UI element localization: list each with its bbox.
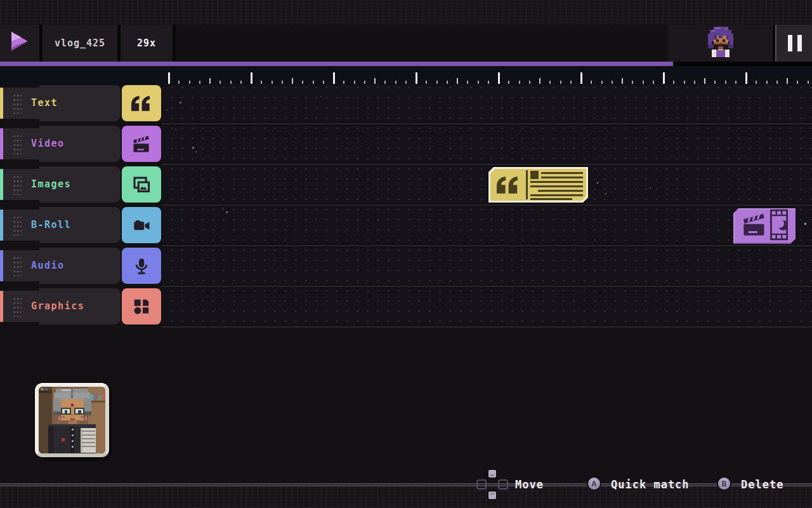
microphone-icon bbox=[122, 248, 161, 284]
gamepad-b-letter: B bbox=[722, 479, 727, 488]
track-separator bbox=[162, 245, 812, 246]
hint-delete-label: Delete bbox=[741, 478, 783, 491]
ruler-tick bbox=[240, 81, 242, 84]
ruler-tick bbox=[364, 81, 365, 84]
track-header[interactable]: Text bbox=[3, 85, 121, 121]
track-header[interactable]: Video bbox=[3, 126, 121, 162]
sparkle-pixel bbox=[175, 129, 176, 130]
ruler-tick bbox=[272, 81, 273, 84]
play-icon bbox=[9, 30, 30, 56]
portrait-picture bbox=[35, 383, 109, 457]
ruler-tick bbox=[313, 81, 314, 84]
drag-handle-icon[interactable] bbox=[12, 215, 22, 236]
ruler-tick bbox=[632, 81, 633, 84]
quote-icon bbox=[122, 85, 161, 121]
ruler-tick bbox=[663, 72, 665, 84]
track-header[interactable]: Audio bbox=[3, 248, 121, 284]
ruler-tick bbox=[725, 81, 726, 84]
play-button[interactable] bbox=[0, 25, 39, 62]
hint-move-label: Move bbox=[515, 478, 544, 491]
pause-icon bbox=[785, 35, 804, 51]
ruler-tick bbox=[282, 81, 283, 84]
top-texture-band bbox=[0, 0, 812, 25]
ruler-tick bbox=[622, 78, 623, 84]
dpad-right-button[interactable] bbox=[498, 479, 508, 490]
track-row-images: Images bbox=[0, 166, 812, 203]
ruler-tick bbox=[498, 72, 500, 84]
top-bar: vlog_425 29x bbox=[0, 25, 812, 62]
speed-label: 29x bbox=[137, 37, 156, 49]
clip-quote-card[interactable] bbox=[487, 166, 589, 204]
drag-handle-icon[interactable] bbox=[12, 93, 22, 114]
speed-button[interactable]: 29x bbox=[121, 25, 173, 62]
track-separator bbox=[162, 286, 812, 287]
ruler-tick bbox=[653, 81, 654, 84]
sparkle-pixel bbox=[180, 102, 181, 104]
ruler-tick bbox=[529, 81, 530, 84]
ruler-tick bbox=[643, 81, 644, 84]
ruler-tick bbox=[549, 81, 551, 84]
dpad-left-button[interactable] bbox=[476, 479, 487, 490]
track-separator bbox=[162, 326, 812, 328]
sparkle-pixel bbox=[222, 208, 223, 209]
track-lane bbox=[162, 207, 812, 243]
track-lane bbox=[162, 126, 812, 162]
timeline-tracks: Text Video Images B-Roll bbox=[0, 85, 812, 329]
gamepad-a-button[interactable]: A bbox=[587, 476, 601, 491]
gamepad-a-letter: A bbox=[592, 479, 597, 488]
clapperboard-icon bbox=[742, 212, 767, 240]
ruler-tick bbox=[560, 81, 561, 84]
ruler-tick bbox=[447, 81, 448, 84]
track-lane bbox=[162, 85, 812, 121]
ruler-tick bbox=[601, 81, 603, 84]
dpad-up-button[interactable] bbox=[487, 469, 497, 479]
clip-broll-card[interactable] bbox=[733, 208, 796, 244]
ruler-tick bbox=[714, 81, 716, 84]
ruler-tick bbox=[673, 81, 674, 84]
ruler-tick bbox=[436, 81, 438, 84]
ruler-tick bbox=[766, 81, 768, 84]
ruler-tick bbox=[343, 81, 344, 84]
sparkle-pixel bbox=[320, 96, 322, 97]
ruler-tick bbox=[405, 81, 407, 84]
drag-handle-icon[interactable] bbox=[12, 296, 22, 317]
track-label: Images bbox=[31, 166, 71, 203]
track-header[interactable]: B-Roll bbox=[3, 207, 121, 243]
ruler-tick bbox=[292, 78, 293, 84]
ruler-tick bbox=[580, 72, 582, 84]
drag-handle-icon[interactable] bbox=[12, 133, 22, 154]
ruler-tick bbox=[457, 78, 458, 84]
ruler-tick bbox=[333, 72, 335, 84]
sparkle-pixel bbox=[605, 193, 606, 194]
track-header[interactable]: Images bbox=[3, 166, 121, 203]
project-title: vlog_425 bbox=[43, 25, 117, 62]
ruler-tick bbox=[756, 81, 757, 84]
ruler-tick bbox=[168, 72, 170, 84]
ruler-tick bbox=[787, 78, 788, 84]
ruler-tick bbox=[219, 81, 221, 84]
track-lane bbox=[162, 288, 812, 324]
gamepad-b-button[interactable]: B bbox=[717, 476, 731, 491]
track-label: Audio bbox=[31, 248, 65, 284]
ruler-tick bbox=[508, 81, 509, 84]
avatar-panel bbox=[668, 25, 773, 62]
track-label: B-Roll bbox=[31, 207, 71, 243]
progress-fill bbox=[0, 62, 673, 66]
ruler-tick bbox=[776, 81, 778, 84]
ruler-tick bbox=[612, 81, 613, 84]
ruler-tick bbox=[808, 81, 809, 84]
drag-handle-icon[interactable] bbox=[12, 174, 22, 195]
ruler-tick bbox=[488, 81, 489, 84]
pause-button[interactable] bbox=[775, 25, 812, 62]
film-strip-icon bbox=[770, 209, 788, 243]
drag-handle-icon[interactable] bbox=[12, 255, 22, 276]
ruler-tick bbox=[704, 78, 705, 84]
track-label: Video bbox=[31, 126, 65, 162]
track-header[interactable]: Graphics bbox=[3, 288, 121, 324]
sparkle-pixel bbox=[650, 187, 651, 189]
ruler-tick bbox=[209, 78, 211, 84]
ruler-tick bbox=[374, 78, 376, 84]
dpad-down-button[interactable] bbox=[487, 490, 497, 500]
track-lane bbox=[162, 248, 812, 284]
sparkle-pixel bbox=[195, 151, 197, 152]
